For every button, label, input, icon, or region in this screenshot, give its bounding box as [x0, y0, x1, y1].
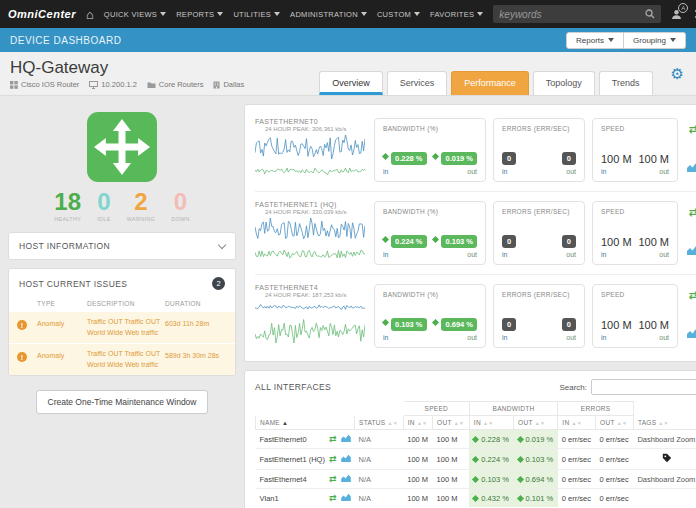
- errors-out-cell: 0 err/sec: [596, 489, 634, 508]
- grouping-button[interactable]: Grouping: [624, 32, 686, 49]
- bandwidth-out-cell: 0.694 %: [514, 470, 558, 489]
- interface-performance-panel: FASTETHERNET0 24 HOUR PEAK: 306,361 kb/s…: [244, 104, 696, 362]
- user-role-badge: A: [678, 3, 688, 13]
- chevron-down-icon: [608, 38, 614, 42]
- tab-topology[interactable]: Topology: [533, 71, 595, 95]
- home-icon[interactable]: ⌂: [86, 8, 94, 21]
- swap-arrows-icon[interactable]: ⇄: [329, 494, 337, 503]
- speed-card: SPEED 100 Min 100 Mout: [592, 118, 678, 182]
- col-tags[interactable]: TAGS▲▼: [633, 416, 696, 430]
- table-row[interactable]: FastEthernet0⇄N/A100 M100 M0.228 %0.019 …: [256, 430, 696, 449]
- interfaces-search-input[interactable]: [591, 379, 696, 395]
- tab-performance[interactable]: Performance: [451, 71, 529, 95]
- speed-out-cell: 100 M: [433, 449, 470, 470]
- search-input[interactable]: [499, 9, 639, 20]
- interface-perf-row: FASTETHERNET1 (HQ) 24 HOUR PEAK: 330,039…: [255, 192, 696, 275]
- menu-reports[interactable]: REPORTS: [176, 10, 223, 19]
- tab-trends[interactable]: Trends: [599, 71, 653, 95]
- host-current-issues-panel: HOST CURRENT ISSUES 2 TYPE DESCRIPTION D…: [8, 268, 236, 376]
- menu-favorites[interactable]: FAVORITES: [430, 10, 483, 19]
- counter-idle: 0 IDLE: [97, 190, 110, 222]
- interface-peak: 24 HOUR PEAK: 187,253 kb/s: [265, 292, 367, 298]
- tab-services[interactable]: Services: [387, 71, 448, 95]
- host-information-title: HOST INFORMATION: [19, 241, 110, 251]
- traffic-in-sparkline: [255, 134, 365, 160]
- all-interfaces-panel: ALL INTERFACES Search: SPEED BANDWIDTH E…: [244, 370, 696, 508]
- sort-icon: ▲▼: [454, 420, 465, 426]
- issue-row[interactable]: ! Anomaly Traffic OUT Traffic OUT World …: [9, 311, 235, 343]
- swap-arrows-icon[interactable]: ⇄: [688, 124, 696, 135]
- col-speed-out[interactable]: OUT▲▼: [433, 416, 470, 430]
- host-information-panel[interactable]: HOST INFORMATION: [8, 232, 236, 260]
- traffic-in-sparkline: [255, 217, 365, 243]
- omnicenter-logo[interactable]: OmniCenter: [8, 8, 76, 20]
- tags-cell[interactable]: Dashboard Zoom: [633, 430, 696, 449]
- col-speed-in[interactable]: IN▲▼: [403, 416, 432, 430]
- menu-custom[interactable]: CUSTOM: [377, 10, 420, 19]
- user-icon[interactable]: A: [671, 9, 688, 20]
- col-bw-in[interactable]: IN▲▼: [469, 416, 513, 430]
- chevron-down-icon: [477, 12, 483, 16]
- chart-icon[interactable]: [341, 434, 351, 444]
- issue-row[interactable]: ! Anomaly Traffic OUT Traffic OUT World …: [9, 343, 235, 375]
- swap-arrows-icon[interactable]: ⇄: [329, 435, 337, 444]
- chart-icon[interactable]: [341, 493, 351, 503]
- device-summary-column: 18 HEALTHY 0 IDLE 2 WARNING 0 DOWN HOST …: [8, 104, 236, 414]
- speed-card: SPEED 100 Min 100 Mout: [592, 201, 678, 265]
- create-maintenance-window-button[interactable]: Create One-Time Maintenance Window: [36, 390, 209, 414]
- sort-icon: ▲▼: [658, 420, 669, 426]
- col-err-out[interactable]: OUT▲▼: [596, 416, 634, 430]
- table-row[interactable]: FastEthernet4⇄N/A100 M100 M0.103 %0.694 …: [256, 470, 696, 489]
- chart-icon[interactable]: [687, 241, 696, 259]
- chart-icon[interactable]: [687, 324, 696, 342]
- table-row[interactable]: Vlan1⇄N/A100 M100 M0.432 %0.101 %0 err/s…: [256, 489, 696, 508]
- col-name[interactable]: NAME▲: [256, 416, 355, 430]
- chart-icon[interactable]: [687, 158, 696, 176]
- status-diamond-icon: [517, 495, 524, 502]
- swap-arrows-icon[interactable]: ⇄: [329, 475, 337, 484]
- interface-name-link[interactable]: FastEthernet0: [260, 435, 325, 444]
- swap-arrows-icon[interactable]: ⇄: [688, 290, 696, 301]
- menu-administration[interactable]: ADMINISTRATION: [290, 10, 367, 19]
- errors-in-cell: 0 err/sec: [558, 489, 596, 508]
- interface-name: FASTETHERNET1 (HQ): [255, 201, 367, 208]
- menu-quick-views[interactable]: QUICK VIEWS: [104, 10, 166, 19]
- tab-overview[interactable]: Overview: [319, 71, 383, 95]
- search-icon[interactable]: [645, 5, 655, 23]
- group-errors: ERRORS: [558, 402, 634, 416]
- errors-in-cell: 0 err/sec: [558, 449, 596, 470]
- interface-name-link[interactable]: FastEthernet1 (HQ): [260, 455, 325, 464]
- col-bw-out[interactable]: OUT▲▼: [514, 416, 558, 430]
- chart-icon[interactable]: [341, 474, 351, 484]
- monitor-icon: [89, 81, 98, 89]
- interface-perf-row: FASTETHERNET4 24 HOUR PEAK: 187,253 kb/s…: [255, 275, 696, 357]
- col-err-in[interactable]: IN▲▼: [558, 416, 596, 430]
- chevron-down-icon: [160, 12, 166, 16]
- bandwidth-in-cell: 0.228 %: [469, 430, 513, 449]
- traffic-out-sparkline: [255, 247, 365, 261]
- table-row[interactable]: FastEthernet1 (HQ)⇄N/A100 M100 M0.224 %0…: [256, 449, 696, 470]
- errors-out-cell: 0 err/sec: [596, 470, 634, 489]
- sort-asc-icon: ▲: [282, 420, 288, 426]
- menu-utilities[interactable]: UTILITIES: [233, 10, 280, 19]
- swap-arrows-icon[interactable]: ⇄: [329, 455, 337, 464]
- tags-cell[interactable]: Dashboard Zoom: [633, 470, 696, 489]
- device-ip: 10.200.1.2: [89, 80, 136, 89]
- settings-gear-icon[interactable]: ⚙: [671, 65, 684, 83]
- chevron-down-icon: [217, 12, 223, 16]
- interfaces-table-body: FastEthernet0⇄N/A100 M100 M0.228 %0.019 …: [256, 430, 696, 508]
- col-status[interactable]: STATUS▲▼: [355, 416, 404, 430]
- host-issues-title: HOST CURRENT ISSUES: [19, 279, 127, 289]
- reports-button[interactable]: Reports: [566, 32, 624, 49]
- interface-name-link[interactable]: Vlan1: [260, 494, 325, 503]
- sort-icon: ▲▼: [535, 420, 546, 426]
- swap-arrows-icon[interactable]: ⇄: [688, 207, 696, 218]
- chart-icon[interactable]: [341, 454, 351, 464]
- errors-out-cell: 0 err/sec: [596, 449, 634, 470]
- performance-column: FASTETHERNET0 24 HOUR PEAK: 306,361 kb/s…: [244, 104, 696, 508]
- errors-out-cell: 0 err/sec: [596, 430, 634, 449]
- speed-in-cell: 100 M: [403, 449, 432, 470]
- device-site: Dallas: [213, 80, 244, 89]
- status-cell: N/A: [355, 489, 404, 508]
- interface-name-link[interactable]: FastEthernet4: [260, 475, 325, 484]
